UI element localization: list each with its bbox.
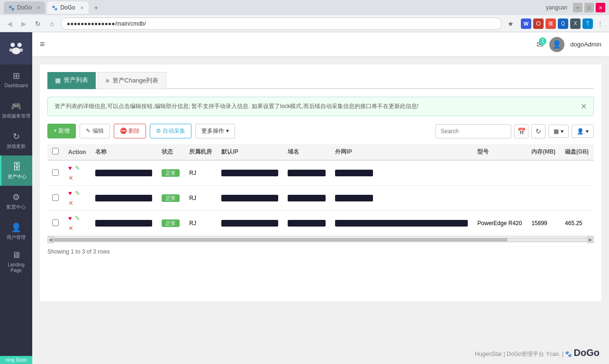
row-2-memory xyxy=(527,186,560,211)
row-checkbox-3[interactable] xyxy=(52,219,59,226)
home-button[interactable]: ⌂ xyxy=(46,18,58,29)
delete-icon-2[interactable]: ✕ xyxy=(68,200,73,207)
row-3-memory: 15899 xyxy=(527,211,560,236)
col-status: 状态 xyxy=(157,144,184,160)
col-name: 名称 xyxy=(91,144,157,160)
col-model: 型号 xyxy=(473,144,527,160)
ext-wps[interactable]: W xyxy=(521,18,531,29)
tab-close-1[interactable]: ✕ xyxy=(36,5,40,10)
tab-asset-change[interactable]: ≡ 资产Change列表 xyxy=(98,72,166,89)
alert-banner: 资产列表的详细信息,可以点击编辑按钮,编辑部分信息; 暂不支持手动录入信息. 如… xyxy=(47,97,594,116)
edit-icon-1[interactable]: ✎ xyxy=(75,164,80,172)
tab-asset-list[interactable]: ▦ 资产列表 xyxy=(47,72,96,89)
export-arrow: ▾ xyxy=(586,128,589,135)
footer-brand: DoGo xyxy=(574,347,600,358)
refresh-button[interactable]: ↻ xyxy=(32,18,44,29)
col-ip: 默认IP xyxy=(217,144,283,160)
refresh-table-button[interactable]: ↻ xyxy=(531,124,545,138)
columns-arrow: ▾ xyxy=(561,128,564,135)
scroll-left-arrow[interactable]: ◀ xyxy=(47,237,54,243)
ext-opera[interactable]: O xyxy=(533,18,544,29)
ext-weibo[interactable]: 微 xyxy=(545,18,556,29)
sidebar-item-config[interactable]: ⚙ 配置中心 xyxy=(0,186,32,216)
export-icon: 👤 xyxy=(577,128,584,135)
maximize-button[interactable]: □ xyxy=(584,3,594,12)
alert-close-button[interactable]: ✕ xyxy=(581,102,587,111)
hamburger-menu[interactable]: ≡ xyxy=(40,39,45,49)
favorite-icon-3[interactable]: ♥ xyxy=(68,215,72,222)
browser-tab-1[interactable]: 🐾 DoGo ✕ xyxy=(4,1,45,14)
tab-icon-asset-change: ≡ xyxy=(106,77,109,84)
row-2-wan-ip xyxy=(335,195,373,201)
svg-point-3 xyxy=(9,48,13,52)
horizontal-scrollbar[interactable]: ◀ ▶ xyxy=(47,236,594,243)
svg-point-1 xyxy=(18,43,22,47)
columns-icon: ▦ xyxy=(554,128,559,135)
scroll-thumb[interactable] xyxy=(54,238,507,241)
delete-button[interactable]: ⛔ 删除 xyxy=(114,124,146,138)
config-icon: ⚙ xyxy=(12,192,20,202)
row-checkbox-2[interactable] xyxy=(52,194,59,201)
new-tab-button[interactable]: + xyxy=(91,2,102,13)
row-1-ip xyxy=(221,170,278,176)
game-service-icon: 🎮 xyxy=(11,101,21,111)
edit-button[interactable]: ✎ 编辑 xyxy=(80,124,109,138)
add-button[interactable]: + 新增 xyxy=(47,124,76,138)
pagination-info: Showing 1 to 3 of 3 rows xyxy=(47,248,594,255)
auto-collect-button[interactable]: ⚙ 自动采集 xyxy=(150,124,191,138)
row-3-status: 正常 xyxy=(162,219,180,227)
sidebar-label-game-update: 游戏更新 xyxy=(7,144,26,149)
sidebar-item-assets[interactable]: 🗄 资产中心 xyxy=(0,155,32,186)
row-1-raid1: - xyxy=(593,160,594,186)
export-dropdown[interactable]: 👤 ▾ xyxy=(572,125,594,138)
back-button[interactable]: ◀ xyxy=(4,18,15,29)
sidebar-item-users[interactable]: 👤 用户管理 xyxy=(0,216,32,246)
tab-close-2[interactable]: ✕ xyxy=(80,5,84,10)
browser-tab-2[interactable]: 🐾 DoGo ✕ xyxy=(47,1,88,14)
calendar-button[interactable]: 📅 xyxy=(514,124,528,138)
minimize-button[interactable]: ─ xyxy=(573,3,582,12)
sidebar-item-landing[interactable]: 🖥 Landing Page xyxy=(0,246,32,277)
columns-dropdown[interactable]: ▦ ▾ xyxy=(548,125,569,138)
sidebar-item-game-update[interactable]: ↻ 游戏更新 xyxy=(0,125,32,155)
scroll-right-arrow[interactable]: ▶ xyxy=(587,237,594,243)
ext-x[interactable]: X xyxy=(570,18,581,29)
favorite-icon-2[interactable]: ♥ xyxy=(68,190,72,197)
col-room: 所属机房 xyxy=(184,144,217,160)
forward-button[interactable]: ▶ xyxy=(18,18,29,29)
table-toolbar: + 新增 ✎ 编辑 ⛔ 删除 ⚙ 自动采集 更多操作 ▾ 📅 ↻ ▦ ▾ xyxy=(47,124,594,138)
edit-icon-3[interactable]: ✎ xyxy=(75,215,80,222)
ext-translate[interactable]: T xyxy=(582,18,593,29)
row-1-status: 正常 xyxy=(162,169,180,177)
sidebar-item-dashboard[interactable]: ⊞ Dashboard xyxy=(0,64,32,95)
table-wrapper: Action 名称 状态 所属机房 默认IP 域名 外网IP 型号 内存(MB)… xyxy=(47,144,594,236)
scroll-track xyxy=(54,238,587,242)
row-1-room: RJ xyxy=(184,160,217,186)
edit-icon-2[interactable]: ✎ xyxy=(75,190,80,197)
row-checkbox-1[interactable] xyxy=(52,169,59,176)
table-row: ♥ ✎ ✕ 正常 RJ xyxy=(47,160,594,186)
ext-more[interactable]: ⋮ xyxy=(595,18,605,29)
more-actions-button[interactable]: 更多操作 ▾ xyxy=(195,124,235,138)
sidebar-logo[interactable] xyxy=(0,32,32,64)
bookmark-button[interactable]: ★ xyxy=(505,18,516,29)
sidebar-label-assets: 资产中心 xyxy=(8,174,27,180)
game-update-icon: ↻ xyxy=(13,131,20,142)
col-domain: 域名 xyxy=(283,144,330,160)
ext-qqbrowser[interactable]: Q xyxy=(558,18,568,29)
sidebar-item-game-service[interactable]: 🎮 游戏服务管理 xyxy=(0,95,32,125)
action-icons-2: ♥ ✎ ✕ xyxy=(68,190,86,207)
search-input[interactable] xyxy=(436,124,511,138)
row-1-memory xyxy=(527,160,560,186)
select-all-checkbox[interactable] xyxy=(52,148,59,155)
col-raid1: Raid xyxy=(593,144,594,160)
assets-icon: 🗄 xyxy=(13,162,21,172)
favorite-icon-1[interactable]: ♥ xyxy=(68,164,72,172)
delete-icon-3[interactable]: ✕ xyxy=(68,225,73,232)
delete-icon-1[interactable]: ✕ xyxy=(68,174,73,182)
notification-icon[interactable]: ✉ 1 xyxy=(536,39,544,50)
close-button[interactable]: ✕ xyxy=(596,3,605,12)
address-bar[interactable] xyxy=(61,18,502,30)
alert-text: 资产列表的详细信息,可以点击编辑按钮,编辑部分信息; 暂不支持手动录入信息. 如… xyxy=(55,102,418,110)
row-1-domain xyxy=(288,170,326,176)
